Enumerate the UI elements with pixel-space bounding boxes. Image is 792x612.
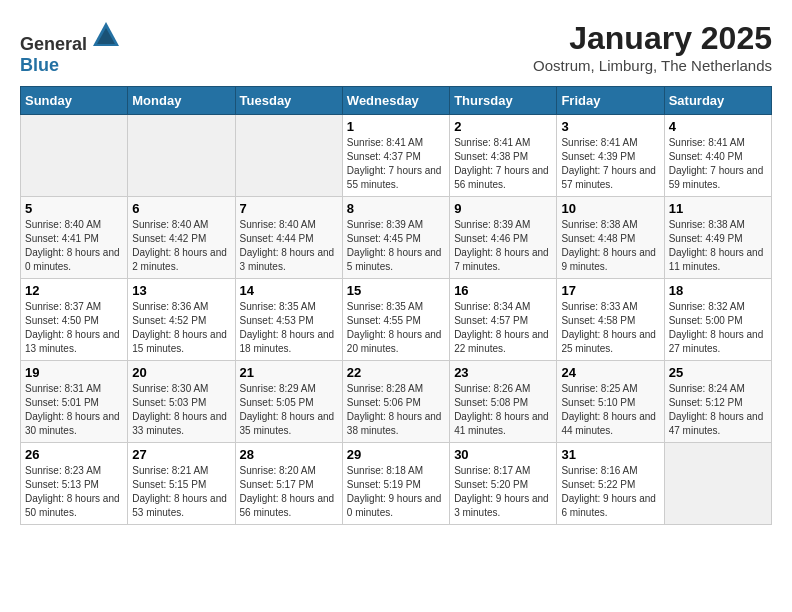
day-info: Sunrise: 8:41 AMSunset: 4:38 PMDaylight:… — [454, 136, 552, 192]
day-number: 18 — [669, 283, 767, 298]
calendar-cell: 31Sunrise: 8:16 AMSunset: 5:22 PMDayligh… — [557, 443, 664, 525]
logo-general: General — [20, 34, 87, 54]
calendar-cell: 21Sunrise: 8:29 AMSunset: 5:05 PMDayligh… — [235, 361, 342, 443]
calendar-cell: 19Sunrise: 8:31 AMSunset: 5:01 PMDayligh… — [21, 361, 128, 443]
calendar-table: SundayMondayTuesdayWednesdayThursdayFrid… — [20, 86, 772, 525]
day-number: 23 — [454, 365, 552, 380]
day-number: 30 — [454, 447, 552, 462]
day-number: 5 — [25, 201, 123, 216]
day-number: 16 — [454, 283, 552, 298]
week-row-1: 1Sunrise: 8:41 AMSunset: 4:37 PMDaylight… — [21, 115, 772, 197]
day-info: Sunrise: 8:40 AMSunset: 4:44 PMDaylight:… — [240, 218, 338, 274]
day-info: Sunrise: 8:41 AMSunset: 4:37 PMDaylight:… — [347, 136, 445, 192]
day-info: Sunrise: 8:39 AMSunset: 4:46 PMDaylight:… — [454, 218, 552, 274]
calendar-cell: 13Sunrise: 8:36 AMSunset: 4:52 PMDayligh… — [128, 279, 235, 361]
calendar-cell: 17Sunrise: 8:33 AMSunset: 4:58 PMDayligh… — [557, 279, 664, 361]
calendar-cell: 27Sunrise: 8:21 AMSunset: 5:15 PMDayligh… — [128, 443, 235, 525]
day-of-week-thursday: Thursday — [450, 87, 557, 115]
day-info: Sunrise: 8:30 AMSunset: 5:03 PMDaylight:… — [132, 382, 230, 438]
calendar-cell: 23Sunrise: 8:26 AMSunset: 5:08 PMDayligh… — [450, 361, 557, 443]
calendar-cell — [21, 115, 128, 197]
calendar-cell: 3Sunrise: 8:41 AMSunset: 4:39 PMDaylight… — [557, 115, 664, 197]
day-info: Sunrise: 8:16 AMSunset: 5:22 PMDaylight:… — [561, 464, 659, 520]
logo: General Blue — [20, 20, 121, 76]
day-info: Sunrise: 8:41 AMSunset: 4:39 PMDaylight:… — [561, 136, 659, 192]
logo-text: General Blue — [20, 20, 121, 76]
calendar-cell: 25Sunrise: 8:24 AMSunset: 5:12 PMDayligh… — [664, 361, 771, 443]
day-number: 27 — [132, 447, 230, 462]
day-info: Sunrise: 8:36 AMSunset: 4:52 PMDaylight:… — [132, 300, 230, 356]
week-row-5: 26Sunrise: 8:23 AMSunset: 5:13 PMDayligh… — [21, 443, 772, 525]
day-info: Sunrise: 8:24 AMSunset: 5:12 PMDaylight:… — [669, 382, 767, 438]
day-number: 26 — [25, 447, 123, 462]
day-number: 4 — [669, 119, 767, 134]
calendar-cell: 28Sunrise: 8:20 AMSunset: 5:17 PMDayligh… — [235, 443, 342, 525]
day-info: Sunrise: 8:38 AMSunset: 4:48 PMDaylight:… — [561, 218, 659, 274]
day-of-week-monday: Monday — [128, 87, 235, 115]
day-info: Sunrise: 8:25 AMSunset: 5:10 PMDaylight:… — [561, 382, 659, 438]
calendar-cell: 8Sunrise: 8:39 AMSunset: 4:45 PMDaylight… — [342, 197, 449, 279]
day-number: 29 — [347, 447, 445, 462]
calendar-cell: 29Sunrise: 8:18 AMSunset: 5:19 PMDayligh… — [342, 443, 449, 525]
day-number: 3 — [561, 119, 659, 134]
day-of-week-sunday: Sunday — [21, 87, 128, 115]
calendar-cell: 30Sunrise: 8:17 AMSunset: 5:20 PMDayligh… — [450, 443, 557, 525]
day-number: 2 — [454, 119, 552, 134]
day-number: 14 — [240, 283, 338, 298]
calendar-cell: 11Sunrise: 8:38 AMSunset: 4:49 PMDayligh… — [664, 197, 771, 279]
week-row-3: 12Sunrise: 8:37 AMSunset: 4:50 PMDayligh… — [21, 279, 772, 361]
day-number: 20 — [132, 365, 230, 380]
calendar-cell: 15Sunrise: 8:35 AMSunset: 4:55 PMDayligh… — [342, 279, 449, 361]
calendar-cell: 16Sunrise: 8:34 AMSunset: 4:57 PMDayligh… — [450, 279, 557, 361]
day-info: Sunrise: 8:32 AMSunset: 5:00 PMDaylight:… — [669, 300, 767, 356]
calendar-subtitle: Oostrum, Limburg, The Netherlands — [533, 57, 772, 74]
day-info: Sunrise: 8:23 AMSunset: 5:13 PMDaylight:… — [25, 464, 123, 520]
day-info: Sunrise: 8:41 AMSunset: 4:40 PMDaylight:… — [669, 136, 767, 192]
day-number: 11 — [669, 201, 767, 216]
calendar-cell — [664, 443, 771, 525]
day-info: Sunrise: 8:20 AMSunset: 5:17 PMDaylight:… — [240, 464, 338, 520]
calendar-cell: 5Sunrise: 8:40 AMSunset: 4:41 PMDaylight… — [21, 197, 128, 279]
calendar-cell: 22Sunrise: 8:28 AMSunset: 5:06 PMDayligh… — [342, 361, 449, 443]
calendar-cell — [235, 115, 342, 197]
day-number: 10 — [561, 201, 659, 216]
calendar-title: January 2025 — [533, 20, 772, 57]
day-info: Sunrise: 8:33 AMSunset: 4:58 PMDaylight:… — [561, 300, 659, 356]
calendar-cell: 12Sunrise: 8:37 AMSunset: 4:50 PMDayligh… — [21, 279, 128, 361]
logo-icon — [91, 20, 121, 50]
day-number: 12 — [25, 283, 123, 298]
day-info: Sunrise: 8:37 AMSunset: 4:50 PMDaylight:… — [25, 300, 123, 356]
day-number: 19 — [25, 365, 123, 380]
calendar-cell: 14Sunrise: 8:35 AMSunset: 4:53 PMDayligh… — [235, 279, 342, 361]
day-info: Sunrise: 8:39 AMSunset: 4:45 PMDaylight:… — [347, 218, 445, 274]
day-number: 6 — [132, 201, 230, 216]
day-number: 31 — [561, 447, 659, 462]
calendar-cell: 24Sunrise: 8:25 AMSunset: 5:10 PMDayligh… — [557, 361, 664, 443]
day-number: 24 — [561, 365, 659, 380]
calendar-cell: 1Sunrise: 8:41 AMSunset: 4:37 PMDaylight… — [342, 115, 449, 197]
day-of-week-wednesday: Wednesday — [342, 87, 449, 115]
week-row-4: 19Sunrise: 8:31 AMSunset: 5:01 PMDayligh… — [21, 361, 772, 443]
calendar-cell: 2Sunrise: 8:41 AMSunset: 4:38 PMDaylight… — [450, 115, 557, 197]
day-info: Sunrise: 8:38 AMSunset: 4:49 PMDaylight:… — [669, 218, 767, 274]
day-info: Sunrise: 8:34 AMSunset: 4:57 PMDaylight:… — [454, 300, 552, 356]
calendar-cell: 6Sunrise: 8:40 AMSunset: 4:42 PMDaylight… — [128, 197, 235, 279]
calendar-cell — [128, 115, 235, 197]
title-section: January 2025 Oostrum, Limburg, The Nethe… — [533, 20, 772, 74]
day-info: Sunrise: 8:35 AMSunset: 4:55 PMDaylight:… — [347, 300, 445, 356]
calendar-cell: 9Sunrise: 8:39 AMSunset: 4:46 PMDaylight… — [450, 197, 557, 279]
day-number: 15 — [347, 283, 445, 298]
day-info: Sunrise: 8:28 AMSunset: 5:06 PMDaylight:… — [347, 382, 445, 438]
day-number: 22 — [347, 365, 445, 380]
day-number: 8 — [347, 201, 445, 216]
day-info: Sunrise: 8:40 AMSunset: 4:42 PMDaylight:… — [132, 218, 230, 274]
day-of-week-friday: Friday — [557, 87, 664, 115]
calendar-cell: 18Sunrise: 8:32 AMSunset: 5:00 PMDayligh… — [664, 279, 771, 361]
calendar-cell: 20Sunrise: 8:30 AMSunset: 5:03 PMDayligh… — [128, 361, 235, 443]
day-number: 21 — [240, 365, 338, 380]
calendar-cell: 4Sunrise: 8:41 AMSunset: 4:40 PMDaylight… — [664, 115, 771, 197]
logo-blue: Blue — [20, 55, 59, 75]
page-header: General Blue January 2025 Oostrum, Limbu… — [20, 20, 772, 76]
day-number: 17 — [561, 283, 659, 298]
calendar-cell: 26Sunrise: 8:23 AMSunset: 5:13 PMDayligh… — [21, 443, 128, 525]
